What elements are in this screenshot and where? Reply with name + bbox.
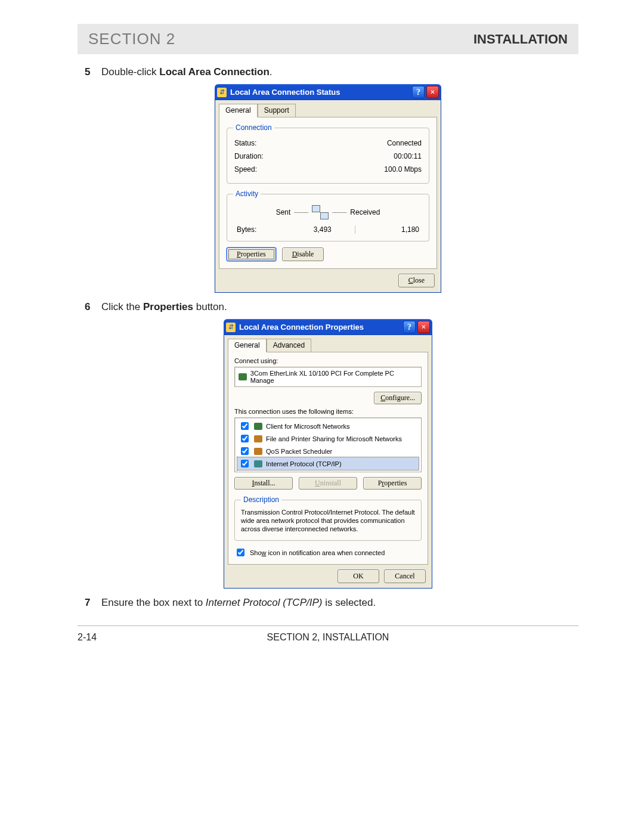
item-checkbox[interactable] (241, 447, 249, 455)
tabstrip: General Support (219, 104, 437, 117)
footer-center: SECTION 2, INSTALLATION (149, 632, 507, 643)
network-traffic-icon (312, 205, 329, 219)
connection-group: Connection Status:Connected Duration:00:… (227, 123, 429, 184)
ok-button[interactable]: OK (338, 569, 379, 583)
section-right: INSTALLATION (473, 32, 568, 47)
step-text: Click the Properties button. (101, 301, 578, 313)
received-label: Received (350, 208, 380, 216)
items-label: This connection uses the following items… (234, 408, 422, 415)
duration-label: Duration: (234, 152, 264, 160)
list-item-selected[interactable]: Internet Protocol (TCP/IP) (237, 457, 419, 470)
step-6: 6 Click the Properties button. (85, 301, 578, 313)
dialog-title: Local Area Connection Status (230, 88, 410, 97)
tab-general[interactable]: General (228, 339, 267, 352)
show-icon-checkbox[interactable] (237, 549, 244, 556)
speed-value: 100.0 Mbps (384, 165, 422, 174)
connection-icon: ⇵ (226, 323, 236, 332)
titlebar[interactable]: ⇵ Local Area Connection Properties ? × (224, 319, 432, 335)
activity-legend: Activity (233, 190, 261, 198)
uninstall-button[interactable]: Uninstall (299, 477, 357, 490)
description-group: Description Transmission Control Protoco… (234, 496, 422, 541)
speed-label: Speed: (234, 165, 257, 174)
disable-button[interactable]: Disable (282, 247, 324, 261)
bytes-sent: 3,493 (290, 225, 355, 234)
titlebar[interactable]: ⇵ Local Area Connection Status ? × (215, 84, 441, 100)
step-number: 7 (85, 597, 101, 609)
status-value: Connected (387, 139, 422, 147)
step-number: 6 (85, 301, 101, 313)
status-label: Status: (234, 139, 256, 147)
install-button[interactable]: Install... (234, 477, 293, 490)
close-icon[interactable]: × (426, 86, 439, 98)
section-left: SECTION 2 (88, 30, 175, 48)
footer-rule (78, 625, 578, 626)
connect-using-label: Connect using: (234, 357, 422, 364)
configure-button[interactable]: Configure... (374, 392, 422, 404)
sent-label: Sent (276, 208, 291, 216)
items-listbox[interactable]: Client for Microsoft Networks File and P… (234, 417, 422, 472)
list-item[interactable]: File and Printer Sharing for Microsoft N… (237, 432, 419, 445)
help-button[interactable]: ? (403, 321, 416, 333)
properties-button[interactable]: PPropertiesroperties (227, 247, 276, 261)
dash-icon: —— (332, 208, 346, 216)
bytes-received: 1,180 (355, 225, 420, 234)
list-item[interactable]: Client for Microsoft Networks (237, 420, 419, 432)
connection-properties-dialog: ⇵ Local Area Connection Properties ? × G… (224, 319, 432, 589)
activity-group: Activity Sent —— —— Received Bytes: 3,49… (227, 190, 429, 241)
item-checkbox[interactable] (241, 460, 249, 467)
connection-legend: Connection (233, 123, 274, 132)
item-checkbox[interactable] (241, 435, 249, 442)
connection-icon: ⇵ (217, 88, 227, 97)
share-icon (254, 435, 262, 442)
page-footer: 2-14 SECTION 2, INSTALLATION (78, 632, 578, 643)
adapter-name: 3Com EtherLink XL 10/100 PCI For Complet… (250, 370, 417, 384)
close-button[interactable]: Close (398, 274, 435, 287)
tcpip-icon (254, 460, 262, 467)
duration-value: 00:00:11 (394, 152, 422, 160)
help-button[interactable]: ? (412, 86, 425, 98)
show-icon-label: Show icon in notification area when conn… (250, 549, 385, 556)
dash-icon: —— (294, 208, 308, 216)
adapter-field: 3Com EtherLink XL 10/100 PCI For Complet… (234, 367, 422, 387)
connection-status-dialog: ⇵ Local Area Connection Status ? × Gener… (215, 84, 441, 293)
bytes-label: Bytes: (237, 225, 290, 234)
close-icon[interactable]: × (417, 321, 430, 333)
nic-icon (239, 373, 247, 380)
step-text: Ensure the box next to Internet Protocol… (101, 597, 578, 609)
tab-general[interactable]: General (219, 104, 258, 117)
page-number: 2-14 (78, 632, 149, 643)
step-text: Double-click Local Area Connection. (101, 66, 578, 78)
step-number: 5 (85, 66, 101, 78)
item-checkbox[interactable] (241, 422, 249, 430)
show-icon-row[interactable]: Show icon in notification area when conn… (234, 547, 422, 558)
client-icon (254, 423, 262, 430)
tab-advanced[interactable]: Advanced (267, 339, 311, 352)
description-text: Transmission Control Protocol/Internet P… (241, 509, 415, 533)
section-header: SECTION 2 INSTALLATION (78, 24, 578, 54)
cancel-button[interactable]: Cancel (384, 569, 426, 583)
item-properties-button[interactable]: Properties (363, 477, 422, 490)
dialog-title: Local Area Connection Properties (239, 323, 401, 332)
list-item[interactable]: QoS Packet Scheduler (237, 445, 419, 457)
qos-icon (254, 448, 262, 455)
step-7: 7 Ensure the box next to Internet Protoc… (85, 597, 578, 609)
tab-support[interactable]: Support (258, 104, 296, 117)
description-legend: Description (241, 496, 281, 504)
step-5: 5 Double-click Local Area Connection. (85, 66, 578, 78)
tabstrip: General Advanced (228, 339, 428, 352)
